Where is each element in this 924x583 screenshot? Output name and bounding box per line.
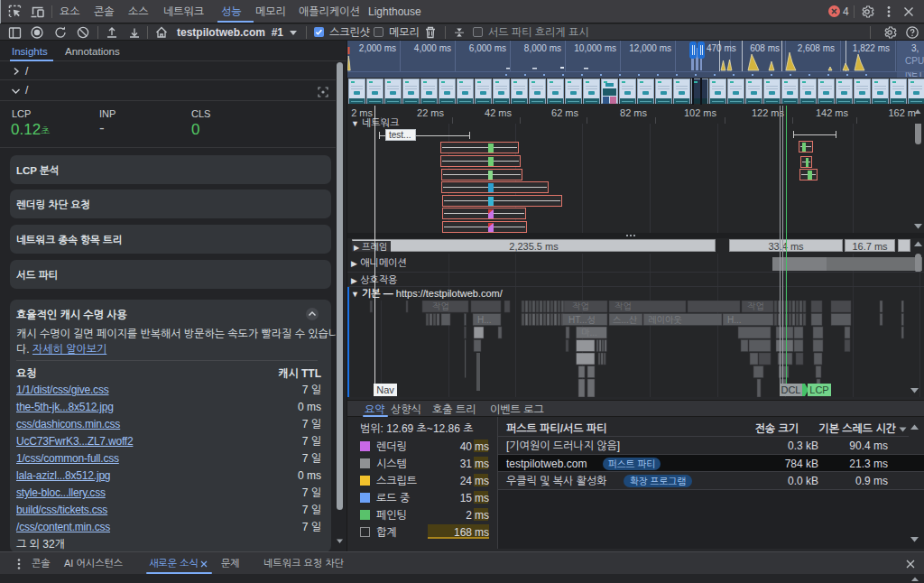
svg-text:작업: 작업 bbox=[614, 301, 632, 311]
svg-text:레이아웃: 레이아웃 bbox=[648, 315, 682, 325]
svg-text:작업: 작업 bbox=[432, 301, 449, 311]
svg-text:HT...성: HT...성 bbox=[568, 315, 596, 325]
svg-text:스...산: 스...산 bbox=[613, 315, 638, 325]
svg-text:작업: 작업 bbox=[747, 301, 764, 311]
svg-text:작업: 작업 bbox=[572, 301, 589, 311]
svg-text:H...: H... bbox=[477, 315, 492, 325]
svg-text:마...: 마... bbox=[581, 328, 597, 338]
svg-text:H...: H... bbox=[727, 315, 742, 325]
